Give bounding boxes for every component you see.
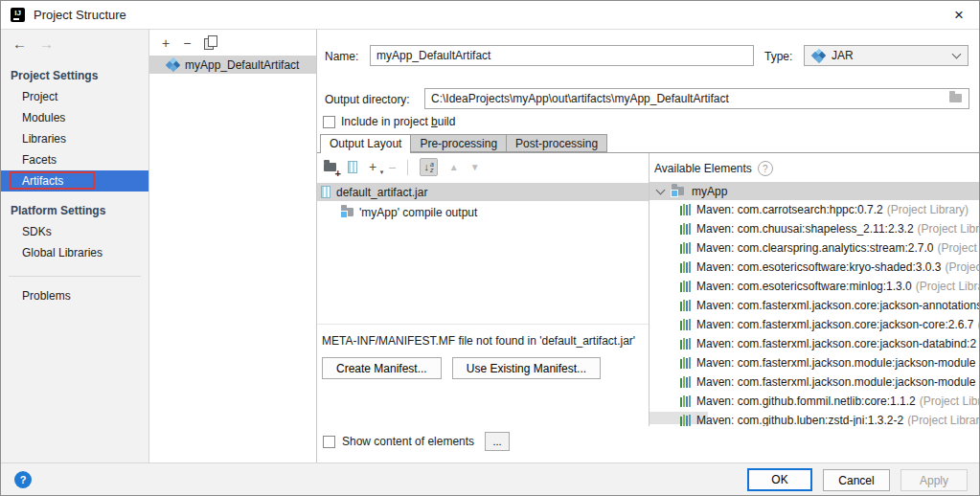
name-label: Name:: [325, 50, 358, 63]
jar-file-icon: [321, 186, 330, 198]
library-item[interactable]: Maven: com.chuusai:shapeless_2.11:2.3.2(…: [650, 219, 980, 238]
dialog-title: Project Structure: [34, 1, 126, 29]
history-nav: ← →: [1, 30, 148, 56]
platform-settings-header: Platform Settings: [1, 200, 148, 221]
apply-button: Apply: [900, 469, 968, 491]
settings-sidebar: ← → Project Settings Project Modules Lib…: [1, 30, 149, 462]
output-directory-input[interactable]: [424, 88, 969, 109]
tree-node-jar[interactable]: default_artifact.jar: [317, 183, 649, 201]
sidebar-item-global-libraries[interactable]: Global Libraries: [1, 242, 148, 263]
artifact-list-item[interactable]: myApp_DefaultArtifact: [149, 56, 316, 74]
back-arrow-icon[interactable]: ←: [12, 35, 27, 52]
library-item[interactable]: Maven: com.fasterxml.jackson.module:jack…: [650, 372, 980, 392]
library-item[interactable]: Maven: com.github.luben:zstd-jni:1.3.2-2…: [650, 411, 980, 426]
library-item[interactable]: Maven: com.fasterxml.jackson.core:jackso…: [650, 334, 980, 353]
ok-button[interactable]: OK: [747, 468, 812, 491]
type-value: JAR: [832, 49, 854, 62]
tab-pre-processing[interactable]: Pre-processing: [410, 134, 507, 152]
create-manifest-button[interactable]: Create Manifest...: [322, 357, 442, 379]
help-icon[interactable]: ?: [14, 471, 32, 488]
add-element-icon[interactable]: +▾: [369, 160, 376, 174]
browse-folder-icon[interactable]: [949, 94, 962, 102]
manifest-message: META-INF/MANIFEST.MF file not found in '…: [322, 334, 649, 348]
include-in-build-label: Include in project build: [341, 115, 455, 128]
sidebar-item-facets[interactable]: Facets: [1, 149, 148, 170]
library-item[interactable]: Maven: com.fasterxml.jackson.core:jackso…: [650, 296, 980, 315]
module-root-node[interactable]: myApp: [650, 182, 980, 200]
show-content-checkbox[interactable]: [323, 436, 335, 448]
sidebar-item-libraries[interactable]: Libraries: [1, 128, 148, 149]
expand-chevron-icon[interactable]: [656, 185, 666, 194]
manifest-section: META-INF/MANIFEST.MF file not found in '…: [317, 324, 649, 379]
forward-arrow-icon: →: [39, 35, 54, 52]
library-icon: [680, 357, 691, 369]
red-highlight-box: [10, 171, 95, 190]
library-icon: [680, 338, 691, 349]
library-item[interactable]: Maven: com.fasterxml.jackson.core:jackso…: [650, 315, 980, 334]
sidebar-divider: [9, 276, 141, 277]
dialog-footer: ? OK Cancel Apply: [1, 462, 980, 496]
artifact-list-toolbar: + −: [149, 30, 316, 56]
tree-node-compile-output-label: 'myApp' compile output: [359, 206, 477, 219]
name-input[interactable]: [370, 45, 754, 66]
new-archive-icon[interactable]: [348, 161, 357, 173]
help-circle-icon[interactable]: ?: [758, 161, 773, 176]
cancel-button[interactable]: Cancel: [823, 469, 890, 491]
sort-alphabetically-icon[interactable]: ↓ az: [420, 158, 437, 176]
output-directory-label: Output directory:: [325, 93, 410, 106]
library-icon: [680, 395, 691, 407]
tree-node-jar-label: default_artifact.jar: [336, 186, 427, 199]
type-dropdown[interactable]: JAR: [804, 45, 969, 66]
sidebar-item-sdks[interactable]: SDKs: [1, 221, 148, 242]
use-existing-manifest-button[interactable]: Use Existing Manifest...: [452, 357, 601, 379]
library-item[interactable]: Maven: com.fasterxml.jackson.module:jack…: [650, 353, 980, 372]
project-structure-dialog: IJ Project Structure × ← → Project Setti…: [0, 0, 980, 496]
library-item[interactable]: Maven: com.esotericsoftware:kryo-shaded:…: [650, 258, 980, 277]
sidebar-item-project[interactable]: Project: [1, 86, 148, 107]
close-icon[interactable]: ×: [945, 1, 973, 29]
module-root-label: myApp: [692, 185, 727, 198]
remove-artifact-icon[interactable]: −: [183, 36, 191, 50]
toolbar-separator: [407, 160, 408, 175]
library-item[interactable]: Maven: com.carrotsearch:hppc:0.7.2(Proje…: [650, 200, 980, 219]
include-in-build-checkbox[interactable]: [323, 116, 335, 128]
compile-output-folder-icon: [341, 208, 353, 216]
show-content-row: Show content of elements ...: [323, 432, 510, 451]
library-icon: [680, 376, 691, 388]
available-elements-header: Available Elements ?: [650, 153, 980, 176]
library-icon: [680, 261, 691, 273]
library-item[interactable]: Maven: com.github.fommil.netlib:core:1.1…: [650, 392, 980, 411]
show-content-label: Show content of elements: [342, 435, 474, 448]
library-item[interactable]: Maven: com.clearspring.analytics:stream:…: [650, 238, 980, 258]
move-up-icon: ▲: [449, 163, 459, 172]
sidebar-item-artifacts[interactable]: Artifacts: [1, 170, 148, 192]
tab-post-processing[interactable]: Post-processing: [506, 134, 607, 152]
project-settings-header: Project Settings: [1, 65, 148, 86]
output-layout-pane: + +▾ − ↓ az ▲ ▼ default_artifact.jar 'my…: [317, 153, 650, 426]
library-icon: [680, 223, 691, 235]
artifact-list-item-label: myApp_DefaultArtifact: [185, 58, 299, 72]
remove-element-icon: −: [388, 161, 396, 174]
tab-bar: Output Layout Pre-processing Post-proces…: [320, 134, 607, 153]
artifact-detail-panel: Name: Type: JAR Output directory: Includ…: [317, 30, 980, 462]
chevron-down-icon: [952, 50, 962, 59]
sidebar-item-problems[interactable]: Problems: [1, 285, 148, 306]
move-down-icon: ▼: [470, 163, 480, 172]
title-bar: IJ Project Structure ×: [1, 1, 979, 30]
library-item[interactable]: Maven: com.esotericsoftware:minlog:1.3.0…: [650, 277, 980, 296]
add-artifact-icon[interactable]: +: [162, 36, 170, 50]
sidebar-item-modules[interactable]: Modules: [1, 107, 148, 128]
artifact-list-panel: + − myApp_DefaultArtifact: [149, 30, 317, 462]
library-icon: [680, 300, 691, 311]
copy-artifact-icon[interactable]: [204, 35, 217, 50]
new-folder-icon[interactable]: +: [324, 161, 336, 174]
library-icon: [680, 204, 691, 215]
more-options-button[interactable]: ...: [485, 432, 510, 451]
output-layout-toolbar: + +▾ − ↓ az ▲ ▼: [317, 153, 649, 181]
tree-node-compile-output[interactable]: 'myApp' compile output: [317, 203, 649, 221]
tab-output-layout[interactable]: Output Layout: [320, 134, 411, 153]
intellij-logo-icon: IJ: [11, 8, 25, 22]
caret-down-icon: ▾: [380, 169, 384, 176]
library-icon: [680, 281, 691, 292]
module-folder-icon: [672, 187, 684, 195]
